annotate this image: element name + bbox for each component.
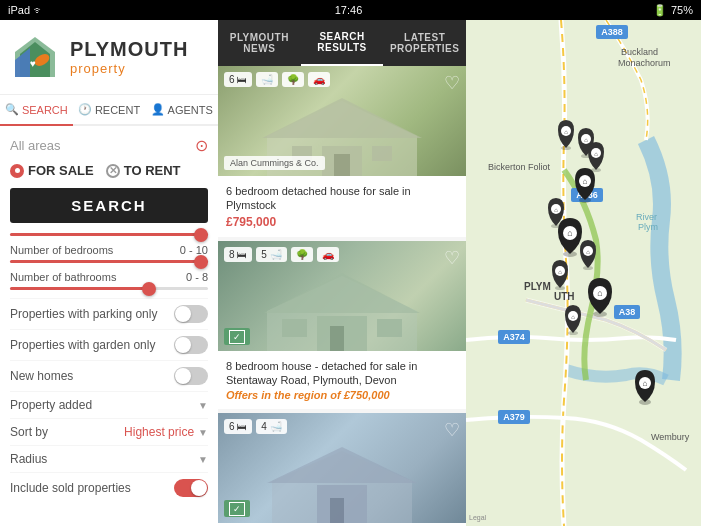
heart-button-1[interactable]: ♡ <box>444 72 460 94</box>
top-nav-latest-properties[interactable]: LATESTPROPERTIES <box>383 20 466 66</box>
tab-agents[interactable]: 👤 AGENTS <box>145 95 218 124</box>
logo-subtitle: property <box>70 61 188 76</box>
agent-badge-1: Alan Cummings & Co. <box>224 156 325 170</box>
parking-label: Properties with parking only <box>10 307 157 321</box>
listing-price-2: Offers in the region of £750,000 <box>226 389 458 401</box>
svg-text:⌂: ⌂ <box>571 314 575 320</box>
sort-by-value: Highest price <box>124 425 194 439</box>
svg-text:⌂: ⌂ <box>558 269 562 275</box>
listing-2-badges: 8 🛏 5 🛁 🌳 🚗 <box>224 247 339 262</box>
svg-text:A379: A379 <box>503 412 525 422</box>
house-silhouette-2 <box>262 271 422 351</box>
top-nav: PLYMOUTHNEWS SEARCH RESULTS LATESTPROPER… <box>218 20 466 66</box>
badge-bath-1: 🛁 <box>256 72 278 87</box>
bathrooms-label: Number of bathrooms <box>10 271 116 283</box>
plymouth-news-label: PLYMOUTHNEWS <box>230 32 289 54</box>
svg-rect-14 <box>330 326 344 351</box>
tab-search[interactable]: 🔍 SEARCH <box>0 95 73 126</box>
recent-icon: 🕐 <box>78 103 92 116</box>
svg-rect-8 <box>334 154 350 176</box>
heart-button-3[interactable]: ♡ <box>444 419 460 441</box>
radius-label: Radius <box>10 452 47 466</box>
listing-img-1: 6 🛏 🛁 🌳 🚗 Alan Cummings & Co. ♡ <box>218 66 466 176</box>
svg-text:♥: ♥ <box>30 58 36 69</box>
bathrooms-slider-section: Number of bathrooms 0 - 8 <box>10 271 208 290</box>
property-added-row[interactable]: Property added ▼ <box>10 391 208 418</box>
logo-icon: ♥ <box>10 32 60 82</box>
for-sale-option[interactable]: FOR SALE <box>10 163 94 178</box>
badge-bath-3: 4 🛁 <box>256 419 286 434</box>
tab-agents-label: AGENTS <box>168 104 213 116</box>
svg-marker-19 <box>267 447 417 483</box>
price-slider-section <box>10 233 208 236</box>
include-sold-toggle[interactable] <box>174 479 208 497</box>
battery-label: 🔋 <box>653 4 667 17</box>
tab-recent[interactable]: 🕐 RECENT <box>73 95 146 124</box>
badge-car-2: 🚗 <box>317 247 339 262</box>
listing-card-1[interactable]: 6 🛏 🛁 🌳 🚗 Alan Cummings & Co. ♡ 6 bedroo… <box>218 66 466 237</box>
top-nav-search-results[interactable]: SEARCH RESULTS <box>301 20 384 66</box>
green-badge-3: ✓ <box>224 500 250 517</box>
listing-info-2: 8 bedroom house - detached for sale in S… <box>218 351 466 410</box>
top-nav-plymouth-news[interactable]: PLYMOUTHNEWS <box>218 20 301 66</box>
agents-icon: 👤 <box>151 103 165 116</box>
garden-toggle[interactable] <box>174 336 208 354</box>
device-label: iPad ᯤ <box>8 4 44 16</box>
main-layout: ♥ PLYMOUTH property 🔍 SEARCH 🕐 RECENT 👤 … <box>0 20 701 526</box>
left-panel: ♥ PLYMOUTH property 🔍 SEARCH 🕐 RECENT 👤 … <box>0 20 218 526</box>
svg-text:⌂: ⌂ <box>586 249 590 255</box>
svg-rect-15 <box>282 319 307 337</box>
listing-card-2[interactable]: 8 🛏 5 🛁 🌳 🚗 ✓ ♡ 8 bedroom house - detach… <box>218 241 466 410</box>
new-homes-label: New homes <box>10 369 73 383</box>
listing-img-2: 8 🛏 5 🛁 🌳 🚗 ✓ ♡ <box>218 241 466 351</box>
listing-title-2: 8 bedroom house - detached for sale in S… <box>226 359 458 388</box>
for-sale-label: FOR SALE <box>28 163 94 178</box>
listing-card-3[interactable]: 6 🛏 4 🛁 ✓ ♡ <box>218 413 466 526</box>
new-homes-toggle[interactable] <box>174 367 208 385</box>
svg-text:⌂: ⌂ <box>583 177 588 186</box>
green-badge-2: ✓ <box>224 328 250 345</box>
logo-area: ♥ PLYMOUTH property <box>0 20 218 95</box>
tab-search-label: SEARCH <box>22 104 68 116</box>
tab-recent-label: RECENT <box>95 104 140 116</box>
badge-beds-1: 6 🛏 <box>224 72 252 87</box>
radius-row[interactable]: Radius ▼ <box>10 445 208 472</box>
listing-img-3: 6 🛏 4 🛁 ✓ ♡ <box>218 413 466 523</box>
svg-text:A38: A38 <box>619 307 636 317</box>
battery-percent: 75% <box>671 4 693 16</box>
to-rent-label: TO RENT <box>124 163 181 178</box>
badge-bath-2: 5 🛁 <box>256 247 286 262</box>
parking-toggle[interactable] <box>174 305 208 323</box>
badge-beds-2: 8 🛏 <box>224 247 252 262</box>
sale-rent-row: FOR SALE ✕ TO RENT <box>10 163 208 178</box>
map-svg: A388 A386 A374 A379 A38 Buckland Monacho… <box>466 20 701 526</box>
map-background[interactable]: A388 A386 A374 A379 A38 Buckland Monacho… <box>466 20 701 526</box>
svg-rect-20 <box>330 498 344 523</box>
bedrooms-slider-section: Number of bedrooms 0 - 10 <box>10 244 208 263</box>
svg-text:⌂: ⌂ <box>584 137 588 143</box>
svg-rect-10 <box>372 146 392 161</box>
garden-label: Properties with garden only <box>10 338 155 352</box>
badge-car-1: 🚗 <box>308 72 330 87</box>
heart-button-2[interactable]: ♡ <box>444 247 460 269</box>
sort-by-row[interactable]: Sort by Highest price ▼ <box>10 418 208 445</box>
to-rent-option[interactable]: ✕ TO RENT <box>106 163 181 178</box>
include-sold-row: Include sold properties <box>10 472 208 503</box>
location-icon[interactable]: ⊙ <box>195 136 208 155</box>
svg-text:Plym: Plym <box>638 222 658 232</box>
parking-toggle-row: Properties with parking only <box>10 298 208 329</box>
listings-container: 6 🛏 🛁 🌳 🚗 Alan Cummings & Co. ♡ 6 bedroo… <box>218 66 466 526</box>
include-sold-label: Include sold properties <box>10 481 131 495</box>
logo-title: PLYMOUTH <box>70 38 188 61</box>
listing-1-badges: 6 🛏 🛁 🌳 🚗 <box>224 72 330 87</box>
search-button[interactable]: SEARCH <box>10 188 208 223</box>
bathrooms-range: 0 - 8 <box>186 271 208 283</box>
svg-text:⌂: ⌂ <box>554 207 558 213</box>
listing-3-badges: 6 🛏 4 🛁 <box>224 419 287 434</box>
bedrooms-range: 0 - 10 <box>180 244 208 256</box>
bedrooms-label: Number of bedrooms <box>10 244 113 256</box>
svg-text:Legal: Legal <box>469 514 487 522</box>
search-results-label: SEARCH RESULTS <box>305 31 380 53</box>
svg-text:Bickerton Foliot: Bickerton Foliot <box>488 162 551 172</box>
area-label: All areas <box>10 138 61 153</box>
